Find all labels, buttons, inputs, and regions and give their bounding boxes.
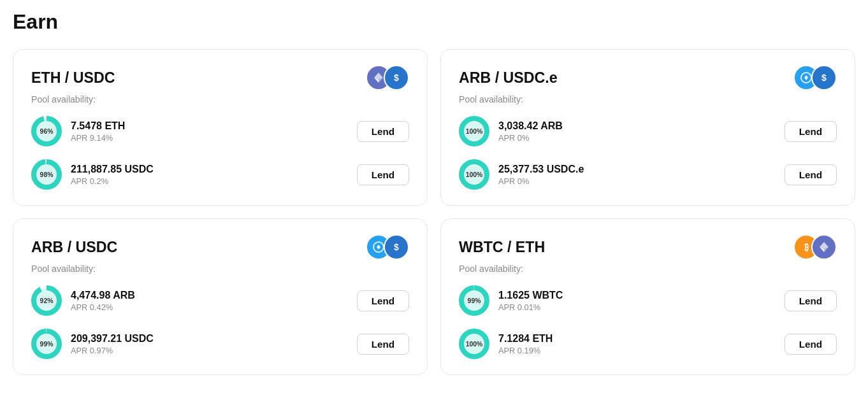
pie-chart: 100% xyxy=(459,159,489,190)
pie-label: 98% xyxy=(40,171,54,178)
card-title-arb-usdce: ARB / USDC.e xyxy=(459,69,558,87)
pool-info: 4,474.98 ARBAPR 0.42% xyxy=(71,290,135,312)
pool-apr: APR 0.01% xyxy=(498,302,563,312)
icon2-wbtc-eth xyxy=(811,234,837,260)
pool-row-left: 98%211,887.85 USDCAPR 0.2% xyxy=(31,159,154,190)
pool-availability-arb-usdc: Pool availability: xyxy=(31,264,409,274)
cards-grid: ETH / USDC$Pool availability: 96%7.5478 … xyxy=(13,49,855,375)
token-icons-eth-usdc: $ xyxy=(366,65,409,90)
card-arb-usdce: ARB / USDC.e$Pool availability: 100%3,03… xyxy=(440,49,855,206)
pie-chart: 98% xyxy=(31,159,62,190)
card-title-arb-usdc: ARB / USDC xyxy=(31,239,117,256)
pool-info: 25,377.53 USDC.eAPR 0% xyxy=(498,164,584,186)
pool-row-left: 100%3,038.42 ARBAPR 0% xyxy=(459,116,563,146)
pool-rows-eth-usdc: 96%7.5478 ETHAPR 9.14%Lend 98%211,887.85… xyxy=(31,116,409,190)
pool-info: 7.1284 ETHAPR 0.19% xyxy=(498,333,553,355)
lend-button[interactable]: Lend xyxy=(357,121,409,142)
icon2-eth-usdc: $ xyxy=(384,65,409,90)
pool-apr: APR 0.97% xyxy=(71,346,154,355)
card-wbtc-eth: WBTC / ETH₿Pool availability: 99%1.1625 … xyxy=(440,218,855,375)
pool-row-left: 99%1.1625 WBTCAPR 0.01% xyxy=(459,285,563,316)
pool-amount: 7.1284 ETH xyxy=(498,333,553,345)
pool-apr: APR 0% xyxy=(498,176,584,186)
pie-chart: 99% xyxy=(31,329,62,359)
pool-amount: 1.1625 WBTC xyxy=(498,290,563,301)
pool-rows-arb-usdc: 92%4,474.98 ARBAPR 0.42%Lend 99%209,397.… xyxy=(31,285,409,359)
pool-apr: APR 0.19% xyxy=(498,346,553,355)
pool-amount: 25,377.53 USDC.e xyxy=(498,164,584,175)
pool-row-left: 99%209,397.21 USDCAPR 0.97% xyxy=(31,329,154,359)
pie-label: 100% xyxy=(466,171,483,178)
pool-apr: APR 9.14% xyxy=(71,133,125,143)
lend-button[interactable]: Lend xyxy=(785,290,837,311)
pool-availability-eth-usdc: Pool availability: xyxy=(31,94,409,104)
pie-chart: 99% xyxy=(459,285,489,316)
pie-label: 99% xyxy=(40,341,54,348)
pool-row: 99%1.1625 WBTCAPR 0.01%Lend xyxy=(459,285,837,316)
pie-label: 100% xyxy=(466,128,483,135)
pool-amount: 209,397.21 USDC xyxy=(71,333,154,345)
pool-row: 96%7.5478 ETHAPR 9.14%Lend xyxy=(31,116,409,146)
pie-chart: 100% xyxy=(459,116,489,146)
card-eth-usdc: ETH / USDC$Pool availability: 96%7.5478 … xyxy=(13,49,428,206)
token-icons-wbtc-eth: ₿ xyxy=(793,234,837,260)
pool-info: 211,887.85 USDCAPR 0.2% xyxy=(71,164,154,186)
lend-button[interactable]: Lend xyxy=(785,164,837,185)
pie-label: 99% xyxy=(468,297,481,304)
pool-row-left: 100%7.1284 ETHAPR 0.19% xyxy=(459,329,553,359)
lend-button[interactable]: Lend xyxy=(357,290,409,311)
card-title-eth-usdc: ETH / USDC xyxy=(31,69,115,87)
pool-amount: 211,887.85 USDC xyxy=(71,164,154,175)
pool-row-left: 100%25,377.53 USDC.eAPR 0% xyxy=(459,159,584,190)
pie-label: 100% xyxy=(466,341,483,348)
pie-label: 96% xyxy=(40,128,54,135)
pool-amount: 4,474.98 ARB xyxy=(71,290,135,301)
pool-apr: APR 0% xyxy=(498,133,563,143)
lend-button[interactable]: Lend xyxy=(357,334,409,355)
pie-label: 92% xyxy=(40,297,54,304)
pool-row: 100%3,038.42 ARBAPR 0%Lend xyxy=(459,116,837,146)
pool-apr: APR 0.42% xyxy=(71,302,135,312)
pool-info: 3,038.42 ARBAPR 0% xyxy=(498,120,563,143)
lend-button[interactable]: Lend xyxy=(357,164,409,185)
pool-info: 1.1625 WBTCAPR 0.01% xyxy=(498,290,563,312)
pool-row-left: 92%4,474.98 ARBAPR 0.42% xyxy=(31,285,135,316)
card-arb-usdc: ARB / USDC$Pool availability: 92%4,474.9… xyxy=(13,218,428,375)
pool-apr: APR 0.2% xyxy=(71,176,154,186)
icon2-arb-usdce: $ xyxy=(811,65,837,90)
pie-chart: 96% xyxy=(31,116,62,146)
token-icons-arb-usdce: $ xyxy=(793,65,837,90)
card-title-wbtc-eth: WBTC / ETH xyxy=(459,239,545,256)
lend-button[interactable]: Lend xyxy=(785,121,837,142)
pool-info: 7.5478 ETHAPR 9.14% xyxy=(71,120,125,143)
page-title: Earn xyxy=(13,10,855,34)
token-icons-arb-usdc: $ xyxy=(366,234,409,260)
pool-row: 100%25,377.53 USDC.eAPR 0%Lend xyxy=(459,159,837,190)
pool-amount: 7.5478 ETH xyxy=(71,120,125,132)
pie-chart: 100% xyxy=(459,329,489,359)
pool-info: 209,397.21 USDCAPR 0.97% xyxy=(71,333,154,355)
pool-row: 92%4,474.98 ARBAPR 0.42%Lend xyxy=(31,285,409,316)
pool-availability-arb-usdce: Pool availability: xyxy=(459,94,837,104)
pool-row-left: 96%7.5478 ETHAPR 9.14% xyxy=(31,116,125,146)
pool-rows-arb-usdce: 100%3,038.42 ARBAPR 0%Lend 100%25,377.53… xyxy=(459,116,837,190)
pool-availability-wbtc-eth: Pool availability: xyxy=(459,264,837,274)
pool-amount: 3,038.42 ARB xyxy=(498,120,563,132)
pool-row: 98%211,887.85 USDCAPR 0.2%Lend xyxy=(31,159,409,190)
pool-rows-wbtc-eth: 99%1.1625 WBTCAPR 0.01%Lend 100%7.1284 E… xyxy=(459,285,837,359)
lend-button[interactable]: Lend xyxy=(785,334,837,355)
pie-chart: 92% xyxy=(31,285,62,316)
pool-row: 99%209,397.21 USDCAPR 0.97%Lend xyxy=(31,329,409,359)
icon2-arb-usdc: $ xyxy=(384,234,409,260)
pool-row: 100%7.1284 ETHAPR 0.19%Lend xyxy=(459,329,837,359)
